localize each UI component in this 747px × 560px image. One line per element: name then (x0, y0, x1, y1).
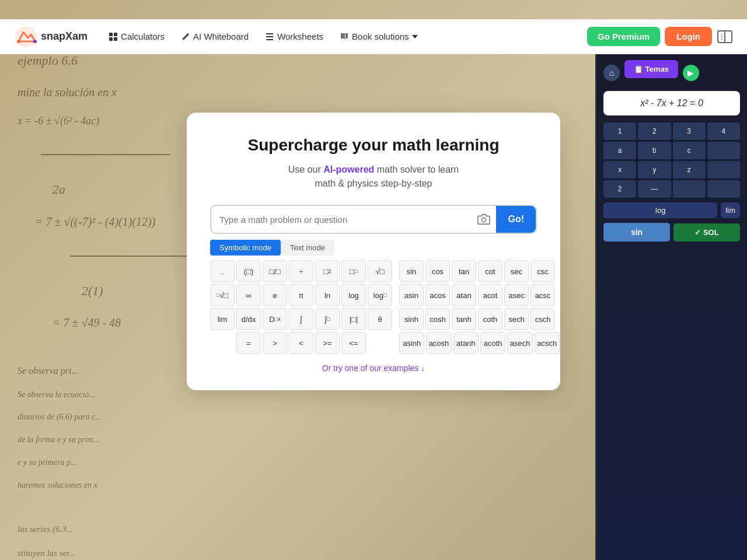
go-button[interactable]: Go! (496, 206, 536, 233)
navbar: snapXam Calculators AI Whiteboard Worksh… (0, 19, 747, 54)
nav-worksheets[interactable]: Worksheets (258, 28, 330, 45)
key-acos[interactable]: acos (425, 284, 450, 306)
key-cosh[interactable]: cosh (425, 308, 450, 330)
key-sech[interactable]: sech (504, 308, 529, 330)
key-acsc[interactable]: acsc (530, 284, 555, 306)
key-square[interactable]: □2 (315, 260, 340, 282)
key-sqrt[interactable]: √□ (368, 260, 392, 282)
key-acsch[interactable]: acsch (535, 332, 560, 354)
nav-right: Go Premium Login (587, 27, 733, 46)
logo-icon (14, 25, 37, 48)
nav-book-solutions[interactable]: Book solutions (333, 28, 425, 45)
premium-button[interactable]: Go Premium (587, 27, 660, 46)
key-acot[interactable]: acot (478, 284, 502, 306)
search-wrap: Go! (210, 205, 537, 234)
key-ddx[interactable]: d/dx (236, 308, 261, 330)
key-lim[interactable]: lim (210, 308, 235, 330)
key-pi[interactable]: π (289, 284, 313, 306)
key-csc[interactable]: csc (530, 260, 555, 282)
key-abs[interactable]: |□| (341, 308, 366, 330)
logo[interactable]: snapXam (14, 25, 88, 48)
key-nthroot[interactable]: □√□ (210, 284, 235, 306)
svg-rect-8 (266, 36, 273, 37)
list-icon (265, 32, 274, 41)
key-defintegral[interactable]: ∫□ (315, 308, 340, 330)
key-parens[interactable]: (□) (236, 260, 261, 282)
key-asinh[interactable]: asinh (399, 332, 424, 354)
hero-subtitle: Use our AI-powered math solver to learnm… (210, 163, 537, 191)
key-infinity[interactable]: ∞ (236, 284, 261, 306)
math-solver-card: Supercharge your math learning Use our A… (187, 113, 560, 390)
camera-button[interactable] (472, 207, 496, 232)
svg-point-11 (482, 218, 486, 222)
key-less[interactable]: < (289, 332, 313, 354)
key-asech[interactable]: asech (507, 332, 532, 354)
key-cot[interactable]: cot (478, 260, 502, 282)
edit-icon (181, 32, 190, 41)
key-asec[interactable]: asec (504, 284, 529, 306)
key-sec[interactable]: sec (504, 260, 529, 282)
key-greater[interactable]: > (263, 332, 287, 354)
nav-worksheets-label: Worksheets (277, 32, 323, 41)
key-ln[interactable]: ln (315, 284, 340, 306)
logo-text: snapXam (41, 30, 88, 43)
svg-rect-3 (109, 33, 113, 36)
key-sinh[interactable]: sinh (399, 308, 424, 330)
ai-powered-text: AI-powered (323, 164, 374, 174)
svg-rect-9 (266, 39, 273, 40)
svg-point-1 (17, 40, 20, 43)
key-derivative[interactable]: D□x (263, 308, 287, 330)
key-csch[interactable]: csch (530, 308, 555, 330)
book-icon-nav[interactable] (717, 29, 733, 45)
keypad: . (□) □/□ ÷ □2 □□ √□ sin cos tan cot sec… (210, 260, 537, 354)
main-content: Supercharge your math learning Use our A… (0, 54, 747, 560)
key-equals[interactable]: = (236, 332, 261, 354)
camera-icon (477, 213, 490, 226)
svg-rect-4 (114, 33, 117, 36)
chevron-down-icon (412, 34, 418, 40)
nav-book-solutions-label: Book solutions (352, 32, 409, 41)
key-theta[interactable]: θ (368, 308, 392, 330)
examples-link[interactable]: Or try one of our examples ↓ (210, 363, 537, 373)
key-lte[interactable]: <= (341, 332, 366, 354)
key-empty1 (210, 332, 235, 354)
svg-rect-7 (266, 33, 273, 34)
key-empty2 (368, 332, 392, 354)
subtitle-pre: Use our (288, 164, 323, 174)
text-mode-tab[interactable]: Text mode (281, 240, 334, 256)
key-integral[interactable]: ∫ (289, 308, 313, 330)
key-divide[interactable]: ÷ (289, 260, 313, 282)
key-tanh[interactable]: tanh (452, 308, 476, 330)
svg-rect-5 (109, 37, 113, 41)
key-tan[interactable]: tan (452, 260, 476, 282)
key-e[interactable]: e (263, 284, 287, 306)
key-sin[interactable]: sin (399, 260, 424, 282)
key-atan[interactable]: atan (452, 284, 476, 306)
svg-point-2 (33, 40, 37, 43)
symbolic-mode-tab[interactable]: Symbolic mode (210, 240, 281, 256)
book-icon (340, 32, 349, 41)
key-acosh[interactable]: acosh (426, 332, 451, 354)
nav-calculators[interactable]: Calculators (102, 28, 172, 45)
login-button[interactable]: Login (665, 27, 712, 46)
key-acoth[interactable]: acoth (480, 332, 505, 354)
math-input[interactable] (211, 206, 472, 233)
key-fraction[interactable]: □/□ (263, 260, 287, 282)
nav-ai-whiteboard-label: AI Whiteboard (193, 32, 249, 41)
key-power[interactable]: □□ (341, 260, 366, 282)
grid-icon (109, 32, 118, 41)
key-coth[interactable]: coth (478, 308, 502, 330)
key-gte[interactable]: >= (315, 332, 340, 354)
key-log[interactable]: log (341, 284, 366, 306)
hero-title: Supercharge your math learning (210, 136, 537, 155)
mode-tabs: Symbolic mode Text mode (210, 240, 537, 256)
svg-rect-6 (114, 37, 117, 41)
nav-ai-whiteboard[interactable]: AI Whiteboard (174, 28, 256, 45)
key-atanh[interactable]: atanh (453, 332, 479, 354)
nav-links: Calculators AI Whiteboard Worksheets Boo… (102, 28, 587, 45)
key-logbase[interactable]: log□ (368, 284, 392, 306)
key-cos[interactable]: cos (425, 260, 450, 282)
nav-calculators-label: Calculators (121, 32, 165, 41)
key-dot[interactable]: . (210, 260, 235, 282)
key-asin[interactable]: asin (399, 284, 424, 306)
